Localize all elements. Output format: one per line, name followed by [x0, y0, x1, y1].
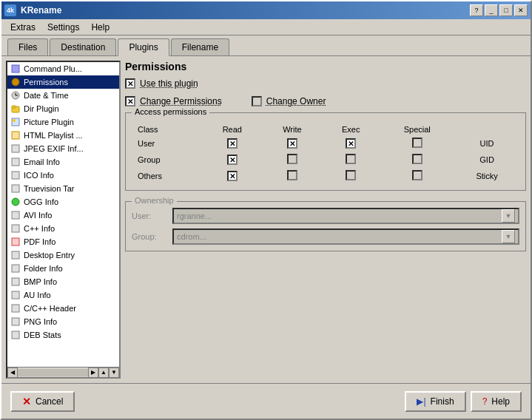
sidebar-item-permissions[interactable]: Permissions — [7, 75, 119, 89]
app-title: KRename — [21, 5, 61, 16]
svg-rect-11 — [12, 158, 19, 166]
sidebar-item-jpeg[interactable]: JPEG EXIF Inf... — [7, 142, 119, 155]
tab-filename[interactable]: Filename — [171, 38, 229, 55]
bmp-icon — [10, 277, 21, 287]
group-dropdown[interactable]: cdrom... ▼ — [172, 228, 519, 245]
title-bar-left: 4k KRename — [4, 4, 61, 16]
user-dropdown[interactable]: rgranne... ▼ — [172, 208, 519, 224]
sidebar-item-au[interactable]: AU Info — [7, 288, 119, 302]
sidebar-label-command: Command Plu... — [24, 64, 82, 73]
sidebar-item-html[interactable]: HTML Playlist ... — [7, 129, 119, 142]
others-write-cb[interactable] — [287, 170, 297, 180]
datetime-icon — [10, 90, 21, 101]
access-permissions-group: Access permissions Class Read Write Exec… — [125, 112, 526, 191]
user-exec-cb[interactable] — [346, 138, 356, 149]
svg-rect-10 — [12, 145, 19, 152]
sidebar-item-email[interactable]: Email Info — [7, 155, 119, 169]
sidebar-label-png: PNG Info — [24, 317, 57, 326]
svg-rect-21 — [12, 291, 19, 299]
minimize-btn[interactable]: _ — [485, 4, 498, 16]
svg-rect-13 — [12, 185, 19, 192]
sidebar-label-avi: AVI Info — [24, 211, 52, 220]
row-user-write — [263, 135, 322, 152]
others-special-cb[interactable] — [412, 170, 422, 180]
vscroll-down[interactable]: ▼ — [109, 368, 119, 378]
svg-rect-6 — [12, 106, 16, 108]
change-owner-label: Change Owner — [266, 96, 326, 106]
sidebar-item-bmp[interactable]: BMP Info — [7, 275, 119, 288]
main-content: Command Plu... Permissions Date & Time — [1, 55, 531, 383]
menu-settings[interactable]: Settings — [41, 21, 85, 34]
sidebar-item-png[interactable]: PNG Info — [7, 315, 119, 328]
group-dropdown-arrow[interactable]: ▼ — [502, 230, 515, 243]
sidebar: Command Plu... Permissions Date & Time — [6, 61, 121, 379]
user-write-cb[interactable] — [287, 138, 297, 149]
maximize-btn[interactable]: □ — [499, 4, 513, 16]
svg-point-1 — [12, 78, 19, 86]
group-special-cb[interactable] — [412, 154, 422, 164]
row-group-special — [380, 152, 454, 168]
others-exec-cb[interactable] — [346, 170, 356, 180]
tab-destination[interactable]: Destination — [50, 38, 116, 55]
change-permissions-checkbox[interactable] — [125, 96, 135, 106]
cancel-button[interactable]: ✕ Cancel — [10, 391, 75, 412]
sidebar-item-avi[interactable]: AVI Info — [7, 209, 119, 222]
sidebar-item-folder[interactable]: Folder Info — [7, 262, 119, 275]
finish-label: Finish — [431, 396, 454, 407]
cancel-label: Cancel — [36, 396, 63, 407]
change-owner-checkbox[interactable] — [252, 96, 262, 106]
menu-help[interactable]: Help — [85, 21, 115, 34]
menu-extras[interactable]: Extras — [4, 21, 41, 34]
svg-rect-24 — [12, 331, 19, 339]
sidebar-item-cpp[interactable]: C++ Info — [7, 222, 119, 235]
row-user-special-label: UID — [454, 135, 519, 152]
tab-files[interactable]: Files — [7, 38, 48, 55]
finish-button[interactable]: ▶| Finish — [405, 391, 465, 412]
permissions-icon — [10, 77, 21, 87]
hscroll-left[interactable]: ◀ — [7, 368, 18, 378]
permissions-table: Class Read Write Exec Special User — [132, 123, 519, 184]
group-exec-cb[interactable] — [346, 154, 356, 164]
help-label: Help — [491, 396, 510, 407]
sidebar-item-deb[interactable]: DEB Stats — [7, 328, 119, 342]
tab-plugins[interactable]: Plugins — [118, 38, 169, 56]
group-read-cb[interactable] — [227, 155, 238, 165]
row-user-read — [202, 135, 263, 152]
row-user-exec — [322, 135, 380, 152]
sidebar-item-datetime[interactable]: Date & Time — [7, 89, 119, 102]
window-controls: ? _ □ ✕ — [470, 4, 528, 16]
svg-rect-23 — [12, 318, 19, 325]
avi-icon — [10, 210, 21, 220]
main-window: 4k KRename ? _ □ ✕ Extras Settings Help … — [0, 0, 532, 420]
user-dropdown-arrow[interactable]: ▼ — [502, 209, 515, 223]
others-read-cb[interactable] — [227, 171, 238, 181]
svg-rect-18 — [12, 251, 19, 259]
user-special-cb[interactable] — [412, 138, 422, 148]
col-exec: Exec — [322, 123, 380, 135]
help-button[interactable]: ? Help — [471, 391, 522, 412]
help-window-btn[interactable]: ? — [470, 4, 483, 16]
user-read-cb[interactable] — [227, 138, 238, 149]
row-others-read — [202, 168, 263, 184]
sidebar-item-desktop[interactable]: Desktop Entry — [7, 248, 119, 262]
hscroll-track[interactable] — [18, 369, 88, 376]
sidebar-item-truevision[interactable]: Truevision Tar — [7, 182, 119, 195]
use-plugin-checkbox[interactable] — [125, 78, 135, 89]
sidebar-item-dir[interactable]: Dir Plugin — [7, 102, 119, 115]
sidebar-item-cheader[interactable]: C/C++ Header — [7, 302, 119, 315]
sidebar-label-deb: DEB Stats — [24, 331, 61, 339]
sidebar-item-ico[interactable]: ICO Info — [7, 169, 119, 182]
html-icon — [10, 130, 21, 140]
group-dropdown-value: cdrom... — [177, 232, 206, 241]
close-btn[interactable]: ✕ — [514, 4, 528, 16]
sidebar-item-command[interactable]: Command Plu... — [7, 62, 119, 75]
group-write-cb[interactable] — [287, 154, 297, 164]
sidebar-item-ogg[interactable]: OGG Info — [7, 195, 119, 209]
row-others-special-label: Sticky — [454, 168, 519, 184]
sidebar-label-jpeg: JPEG EXIF Inf... — [24, 144, 84, 153]
vscroll-up[interactable]: ▲ — [98, 368, 109, 378]
hscroll-right[interactable]: ▶ — [88, 368, 98, 378]
ownership-title: Ownership — [132, 196, 177, 205]
sidebar-item-pdf[interactable]: PDF Info — [7, 235, 119, 248]
sidebar-item-picture[interactable]: Picture Plugin — [7, 115, 119, 129]
